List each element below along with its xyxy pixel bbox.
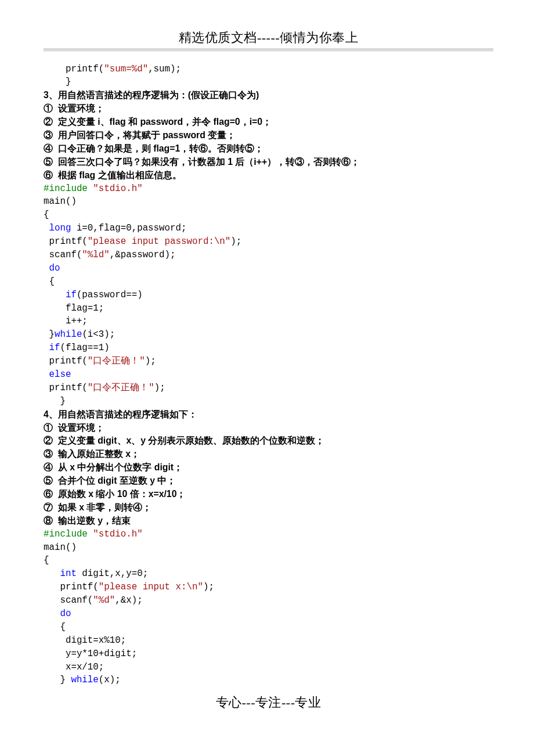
step-line: ⑦ 如果 x 非零，则转④； [44,501,493,514]
code-line: y=y*10+digit; [44,647,493,661]
code-keyword: else [44,368,493,381]
code-text: } [44,329,55,340]
code-text: ); [154,383,165,393]
header-rule [44,49,493,51]
code-keyword: while [71,675,98,685]
code-line: { [44,554,493,567]
code-keyword: if [44,290,77,300]
code-line: main() [44,195,493,208]
step-line: ③ 用户回答口令，将其赋于 password 变量； [44,129,493,142]
code-string: "sum=%d" [104,64,148,74]
code-line: #include "stdio.h" [44,528,493,541]
code-keyword: do [44,262,493,275]
code-text: scanf( [44,250,82,260]
step-line: ④ 口令正确？如果是，则 flag=1，转⑥。否则转⑤； [44,142,493,156]
code-line: flag=1; [44,302,493,315]
code-text: (x); [99,675,121,685]
code-text: ,&password); [110,250,176,260]
code-text: i=0,flag=0,password; [71,223,186,233]
step-line: ① 设置环境； [44,102,493,116]
code-line: } while(x); [44,674,493,687]
code-string: "%ld" [82,250,109,260]
step-line: ② 定义变量 i、flag 和 password，并令 flag=0，i=0； [44,116,493,129]
code-line: } [44,75,493,89]
step-line: ① 设置环境； [44,422,493,435]
code-text: printf( [44,64,104,74]
code-line: if(flag==1) [44,341,493,355]
code-text: ,&x); [115,595,142,606]
code-string: "please input x:\n" [99,582,203,592]
code-line: printf("sum=%d",sum); [44,63,493,76]
step-line: ⑥ 原始数 x 缩小 10 倍：x=x/10； [44,488,493,501]
step-line: ③ 输入原始正整数 x； [44,448,493,461]
step-line: ④ 从 x 中分解出个位数字 digit； [44,461,493,474]
code-line: #include "stdio.h" [44,182,493,196]
code-text: ); [145,356,156,366]
code-line: printf("口令不正确！"); [44,381,493,395]
step-line: ⑤ 合并个位 digit 至逆数 y 中； [44,474,493,488]
code-text: ,sum); [148,64,181,74]
code-line: long i=0,flag=0,password; [44,222,493,235]
code-line: scanf("%d",&x); [44,594,493,607]
code-text: } [44,675,71,685]
code-line: scanf("%ld",&password); [44,249,493,262]
step-line: ② 定义变量 digit、x、y 分别表示原始数、原始数的个位数和逆数； [44,434,493,448]
code-line: printf("please input x:\n"); [44,581,493,594]
step-line: ⑤ 回答三次口令了吗？如果没有，计数器加 1 后（i++），转③，否则转⑥； [44,156,493,169]
page-header-title: 精选优质文档-----倾情为你奉上 [44,29,493,46]
document-page: 精选优质文档-----倾情为你奉上 printf("sum=%d",sum); … [0,0,534,735]
code-line: digit=x%10; [44,634,493,647]
code-string: "stdio.h" [93,183,142,194]
code-text: printf( [44,236,88,247]
code-directive: #include [44,183,93,194]
code-line: main() [44,541,493,555]
step-line: ⑥ 根据 flag 之值输出相应信息。 [44,169,493,182]
code-line: { [44,275,493,289]
code-line: i++; [44,315,493,328]
code-string: "口令正确！" [88,356,145,366]
code-text: (password==) [77,290,143,300]
code-line: { [44,208,493,222]
code-keyword: long [44,223,71,233]
code-keyword: if [44,343,60,353]
code-line: x=x/10; [44,661,493,674]
code-string: "口令不正确！" [88,383,154,393]
code-text: ); [230,236,241,247]
code-string: "%d" [93,595,115,606]
code-text: printf( [44,582,99,592]
code-text: (flag==1) [60,343,109,353]
code-text: digit,x,y=0; [77,568,148,579]
code-line: } [44,395,493,408]
code-line: printf("please input password:\n"); [44,235,493,249]
code-text: ); [203,582,214,592]
step-line: ⑧ 输出逆数 y，结束 [44,514,493,528]
code-line: if(password==) [44,289,493,302]
code-text: scanf( [44,595,93,606]
code-line: { [44,621,493,634]
code-keyword: int [44,568,77,579]
code-text: printf( [44,383,88,393]
code-line: }while(i<3); [44,328,493,341]
code-string: "stdio.h" [93,529,142,539]
code-string: "please input password:\n" [88,236,230,247]
code-text: (i<3); [82,329,115,340]
code-line: printf("口令正确！"); [44,355,493,368]
question-heading: 4、用自然语言描述的程序逻辑如下： [44,408,493,422]
page-footer-title: 专心---专注---专业 [44,694,493,711]
code-directive: #include [44,529,93,539]
code-text: printf( [44,356,88,366]
code-keyword: do [44,607,493,621]
code-keyword: while [55,329,82,340]
code-line: int digit,x,y=0; [44,567,493,581]
question-heading: 3、用自然语言描述的程序逻辑为：(假设正确口令为) [44,89,493,102]
